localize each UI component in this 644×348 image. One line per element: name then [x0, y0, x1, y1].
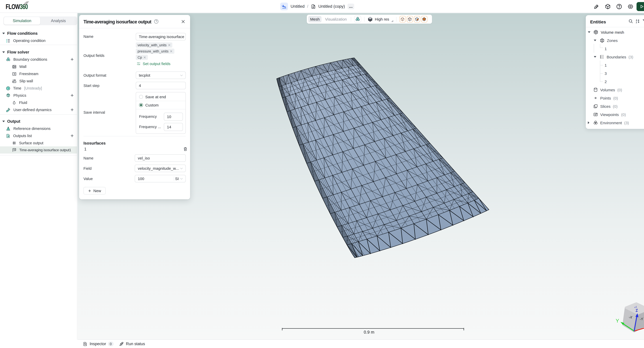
svg-text:A: A: [636, 19, 638, 21]
svg-text:Z: Z: [636, 21, 637, 23]
